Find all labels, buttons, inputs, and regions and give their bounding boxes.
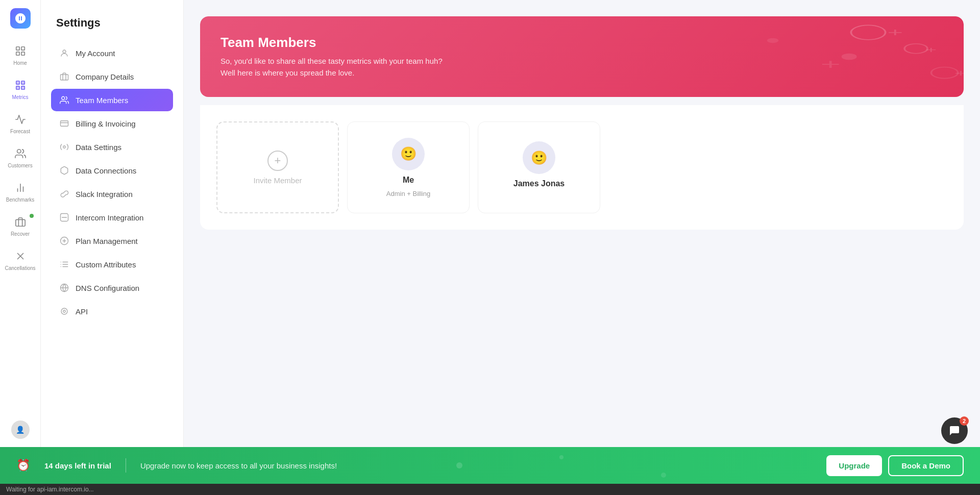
- sidebar-item-home[interactable]: Home: [3, 39, 38, 71]
- settings-menu-api[interactable]: API: [51, 300, 173, 323]
- billing-icon: [59, 118, 69, 129]
- sidebar-item-benchmarks-label: Benchmarks: [6, 197, 35, 203]
- settings-menu-data-connections[interactable]: Data Connections: [51, 159, 173, 182]
- trial-banner: ⏰ 14 days left in trial Upgrade now to k…: [0, 447, 980, 484]
- data-settings-icon: [59, 142, 69, 152]
- main-content: Team Members So, you'd like to share all…: [184, 0, 980, 447]
- settings-menu-my-account[interactable]: My Account: [51, 42, 173, 64]
- settings-menu-intercom-label: Intercom Integration: [76, 213, 143, 222]
- svg-rect-6: [16, 86, 19, 89]
- chat-bubble[interactable]: 2: [941, 417, 968, 444]
- member-card-james[interactable]: 🙂 James Jonas: [478, 121, 600, 213]
- user-icon: [59, 48, 69, 58]
- svg-rect-16: [61, 75, 68, 80]
- invite-member-card[interactable]: + Invite Member: [216, 121, 339, 213]
- sidebar-item-benchmarks[interactable]: Benchmarks: [3, 176, 38, 208]
- svg-rect-7: [21, 86, 24, 89]
- settings-menu-intercom[interactable]: Intercom Integration: [51, 206, 173, 229]
- settings-menu-slack-label: Slack Integration: [76, 190, 133, 199]
- upgrade-button[interactable]: Upgrade: [826, 455, 882, 476]
- settings-title: Settings: [51, 16, 173, 30]
- team-members-section: Team Members So, you'd like to share all…: [200, 16, 964, 230]
- settings-menu-company-details-label: Company Details: [76, 72, 134, 81]
- team-icon: [59, 95, 69, 105]
- settings-menu-billing-label: Billing & Invoicing: [76, 119, 136, 128]
- settings-menu-plan-management-label: Plan Management: [76, 237, 138, 245]
- forecast-icon: [13, 112, 28, 127]
- svg-point-46: [661, 473, 666, 478]
- settings-menu-data-settings-label: Data Settings: [76, 143, 121, 152]
- svg-point-20: [63, 146, 66, 148]
- sidebar-item-forecast-label: Forecast: [10, 129, 30, 134]
- sidebar-item-recover[interactable]: Recover: [3, 210, 38, 242]
- svg-point-8: [17, 150, 20, 153]
- member-avatar-me: 🙂: [392, 138, 425, 170]
- settings-menu-slack[interactable]: Slack Integration: [51, 183, 173, 205]
- settings-menu-company-details[interactable]: Company Details: [51, 65, 173, 88]
- svg-rect-5: [21, 81, 24, 84]
- sidebar-item-recover-label: Recover: [11, 231, 30, 237]
- benchmarks-icon: [13, 181, 28, 195]
- recover-dot: [30, 214, 34, 218]
- member-role-me: Admin + Billing: [386, 190, 430, 197]
- user-avatar[interactable]: 👤: [11, 420, 30, 439]
- team-banner-subtitle2: Well here is where you spread the love.: [220, 67, 943, 79]
- customers-icon: [13, 146, 28, 161]
- trial-message: Upgrade now to keep access to all your b…: [140, 461, 816, 470]
- sidebar-item-metrics-label: Metrics: [12, 94, 28, 100]
- svg-rect-18: [61, 121, 68, 127]
- svg-text:+: +: [954, 68, 964, 79]
- app-logo[interactable]: [10, 8, 31, 29]
- team-banner-subtitle1: So, you'd like to share all these tasty …: [220, 56, 943, 67]
- trial-clock-icon: ⏰: [16, 459, 30, 472]
- settings-menu-data-connections-label: Data Connections: [76, 166, 136, 175]
- svg-point-45: [559, 455, 564, 459]
- settings-menu-billing[interactable]: Billing & Invoicing: [51, 112, 173, 135]
- data-connections-icon: [59, 165, 69, 176]
- sidebar-item-cancellations-label: Cancellations: [5, 265, 35, 271]
- sidebar-item-customers[interactable]: Customers: [3, 141, 38, 174]
- sidebar-item-customers-label: Customers: [8, 163, 32, 168]
- building-icon: [59, 71, 69, 82]
- settings-sidebar: Settings My Account Company Details Team…: [41, 0, 184, 447]
- plan-management-icon: [59, 236, 69, 246]
- svg-point-15: [63, 50, 66, 53]
- recover-icon: [13, 215, 28, 229]
- settings-menu-dns[interactable]: DNS Configuration: [51, 277, 173, 299]
- status-bar: Waiting for api-iam.intercom.io...: [0, 484, 980, 495]
- team-banner: Team Members So, you'd like to share all…: [200, 16, 964, 97]
- settings-menu-custom-attributes-label: Custom Attributes: [76, 260, 136, 269]
- book-demo-button[interactable]: Book a Demo: [888, 455, 964, 476]
- metrics-icon: [13, 78, 28, 92]
- settings-menu-dns-label: DNS Configuration: [76, 284, 139, 292]
- member-name-me: Me: [403, 176, 414, 185]
- cancellations-icon: [13, 249, 28, 263]
- member-card-me[interactable]: 🙂 Me Admin + Billing: [347, 121, 470, 213]
- trial-divider: [126, 458, 126, 473]
- custom-attributes-icon: [59, 259, 69, 269]
- settings-menu-data-settings[interactable]: Data Settings: [51, 136, 173, 158]
- status-bar-text: Waiting for api-iam.intercom.io...: [6, 486, 94, 493]
- settings-menu-my-account-label: My Account: [76, 49, 115, 58]
- trial-days-left: 14 days left in trial: [44, 461, 111, 470]
- member-avatar-james: 🙂: [523, 141, 555, 174]
- sidebar-item-forecast[interactable]: Forecast: [3, 107, 38, 139]
- svg-rect-4: [16, 81, 19, 84]
- sidebar-item-metrics[interactable]: Metrics: [3, 73, 38, 105]
- svg-point-17: [62, 96, 65, 100]
- settings-menu-team-members-label: Team Members: [76, 96, 128, 105]
- member-name-james: James Jonas: [513, 179, 565, 188]
- settings-menu-plan-management[interactable]: Plan Management: [51, 230, 173, 252]
- sidebar-item-recover-wrapper: Recover: [3, 210, 38, 242]
- slack-icon: [59, 189, 69, 199]
- invite-plus-icon: +: [267, 151, 288, 171]
- settings-menu-team-members[interactable]: Team Members: [51, 89, 173, 111]
- settings-menu-custom-attributes[interactable]: Custom Attributes: [51, 253, 173, 276]
- invite-member-label: Invite Member: [253, 176, 302, 185]
- svg-rect-2: [16, 52, 19, 55]
- svg-rect-12: [15, 219, 24, 226]
- svg-rect-1: [21, 47, 24, 50]
- sidebar-item-cancellations[interactable]: Cancellations: [3, 244, 38, 276]
- trial-days-left-text: 14 days left in trial: [44, 461, 111, 470]
- svg-point-34: [63, 310, 66, 313]
